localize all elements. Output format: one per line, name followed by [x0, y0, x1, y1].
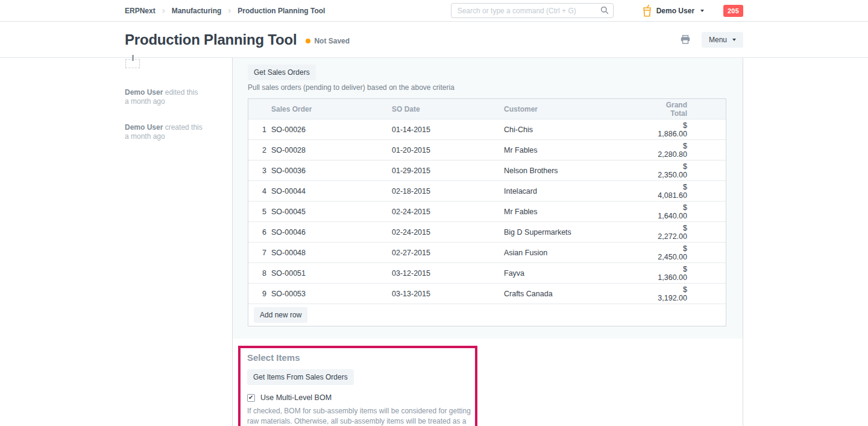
table-row[interactable]: 7 SO-00048 02-27-2015 Asian Fusion $ 2,4…	[248, 242, 726, 262]
row-sales-order: SO-00036	[271, 167, 392, 175]
row-sales-order: SO-00028	[271, 146, 392, 154]
row-so-date: 01-29-2015	[392, 167, 504, 175]
search-icon	[600, 6, 609, 16]
activity-created: Demo User created this a month ago	[125, 123, 232, 141]
get-items-from-sales-orders-button[interactable]: Get Items From Sales Orders	[247, 369, 354, 385]
row-sales-order: SO-00046	[271, 228, 392, 237]
chevron-right-icon: ›	[162, 5, 165, 14]
form-main-column: Get Sales Orders Pull sales orders (pend…	[232, 58, 743, 426]
row-customer: Fayva	[504, 269, 655, 278]
search-input[interactable]	[451, 3, 614, 18]
not-saved-indicator: Not Saved	[306, 34, 350, 45]
table-footer: Add new row	[248, 304, 726, 326]
form-sidebar: Demo User edited this a month ago Demo U…	[125, 58, 232, 426]
activity-edited: Demo User edited this a month ago	[125, 88, 232, 106]
table-row[interactable]: 8 SO-00051 03-12-2015 Fayva $ 1,360.00	[248, 262, 726, 283]
row-so-date: 01-20-2015	[392, 146, 504, 154]
page-head: Production Planning Tool Not Saved Menu	[0, 22, 868, 58]
table-row[interactable]: 2 SO-00028 01-20-2015 Mr Fables $ 2,280.…	[248, 139, 726, 160]
row-index: 6	[248, 228, 271, 237]
juice-glass-avatar-icon	[643, 4, 652, 17]
use-multi-level-bom-label[interactable]: Use Multi-Level BOM	[260, 393, 332, 402]
breadcrumb-manufacturing[interactable]: Manufacturing	[172, 7, 222, 15]
row-so-date: 02-24-2015	[392, 228, 504, 237]
row-so-date: 01-14-2015	[392, 126, 504, 134]
row-so-date: 02-18-2015	[392, 187, 504, 196]
highlight-annotation-box: Select Items Get Items From Sales Orders…	[238, 346, 477, 426]
row-customer: Big D Supermarkets	[504, 228, 655, 237]
user-menu[interactable]: Demo User	[643, 4, 704, 17]
orange-dot-icon	[306, 39, 310, 43]
row-index: 8	[248, 269, 271, 278]
row-index: 3	[248, 167, 271, 175]
column-customer: Customer	[504, 105, 655, 113]
row-sales-order: SO-00044	[271, 187, 392, 196]
caret-down-icon	[732, 39, 736, 41]
row-index: 2	[248, 146, 271, 154]
row-grand-total: $ 1,640.00	[655, 203, 692, 220]
row-customer: Intelacard	[504, 187, 655, 196]
column-so-date: SO Date	[392, 105, 504, 113]
table-row[interactable]: 1 SO-00026 01-14-2015 Chi-Chis $ 1,886.0…	[248, 119, 726, 139]
sales-orders-helper-text: Pull sales orders (pending to deliver) b…	[248, 83, 726, 92]
row-grand-total: $ 2,272.00	[655, 224, 692, 241]
use-multi-level-bom-checkbox[interactable]	[247, 394, 255, 402]
add-new-row-button[interactable]: Add new row	[254, 307, 307, 323]
row-sales-order: SO-00048	[271, 249, 392, 257]
row-index: 9	[248, 290, 271, 298]
printer-icon	[681, 37, 690, 46]
row-customer: Mr Fables	[504, 146, 655, 154]
row-customer: Asian Fusion	[504, 249, 655, 257]
row-so-date: 02-27-2015	[392, 249, 504, 257]
row-sales-order: SO-00026	[271, 126, 392, 134]
breadcrumb-home[interactable]: ERPNext	[125, 7, 156, 15]
row-sales-order: SO-00045	[271, 208, 392, 216]
user-name: Demo User	[656, 7, 694, 15]
table-row[interactable]: 3 SO-00036 01-29-2015 Nelson Brothers $ …	[248, 160, 726, 180]
clipped-element-fragment	[132, 55, 134, 61]
sales-orders-table: Sales Order SO Date Customer Grand Total…	[248, 98, 726, 326]
assign-placeholder[interactable]	[125, 59, 140, 68]
row-sales-order: SO-00053	[271, 290, 392, 298]
row-grand-total: $ 2,450.00	[655, 244, 692, 261]
row-sales-order: SO-00051	[271, 269, 392, 278]
table-header-row: Sales Order SO Date Customer Grand Total	[248, 99, 726, 119]
row-so-date: 03-13-2015	[392, 290, 504, 298]
table-row[interactable]: 6 SO-00046 02-24-2015 Big D Supermarkets…	[248, 221, 726, 242]
page-title: Production Planning Tool	[125, 31, 297, 48]
sales-orders-section: Get Sales Orders Pull sales orders (pend…	[233, 58, 743, 339]
row-customer: Mr Fables	[504, 208, 655, 216]
menu-button-label: Menu	[709, 36, 727, 44]
breadcrumb: ERPNext › Manufacturing › Production Pla…	[125, 6, 325, 15]
row-grand-total: $ 4,081.60	[655, 183, 692, 200]
row-grand-total: $ 2,350.00	[655, 162, 692, 179]
row-so-date: 02-24-2015	[392, 208, 504, 216]
row-grand-total: $ 1,360.00	[655, 265, 692, 282]
column-grand-total: Grand Total	[655, 101, 692, 118]
row-index: 1	[248, 126, 271, 134]
sales-order-table-body: 1 SO-00026 01-14-2015 Chi-Chis $ 1,886.0…	[248, 119, 726, 304]
row-grand-total: $ 2,280.80	[655, 142, 692, 159]
row-grand-total: $ 1,886.00	[655, 121, 692, 138]
row-grand-total: $ 3,192.00	[655, 285, 692, 302]
notification-badge[interactable]: 205	[723, 5, 743, 17]
get-sales-orders-button[interactable]: Get Sales Orders	[248, 65, 316, 80]
breadcrumb-current-page[interactable]: Production Planning Tool	[237, 7, 325, 15]
row-customer: Crafts Canada	[504, 290, 655, 298]
chevron-right-icon: ›	[228, 5, 231, 14]
use-multi-level-bom-row[interactable]: Use Multi-Level BOM	[247, 393, 468, 402]
caret-down-icon	[700, 10, 704, 12]
row-index: 5	[248, 208, 271, 216]
table-row[interactable]: 5 SO-00045 02-24-2015 Mr Fables $ 1,640.…	[248, 201, 726, 221]
page-body: Demo User edited this a month ago Demo U…	[0, 58, 868, 426]
select-items-section: Select Items Get Items From Sales Orders…	[233, 339, 743, 426]
table-row[interactable]: 4 SO-00044 02-18-2015 Intelacard $ 4,081…	[248, 180, 726, 201]
row-so-date: 03-12-2015	[392, 269, 504, 278]
row-customer: Chi-Chis	[504, 126, 655, 134]
top-navbar: ERPNext › Manufacturing › Production Pla…	[0, 0, 868, 22]
row-customer: Nelson Brothers	[504, 167, 655, 175]
menu-button[interactable]: Menu	[702, 32, 743, 48]
print-button[interactable]	[679, 34, 691, 45]
table-row[interactable]: 9 SO-00053 03-13-2015 Crafts Canada $ 3,…	[248, 283, 726, 304]
select-items-heading: Select Items	[247, 352, 468, 363]
